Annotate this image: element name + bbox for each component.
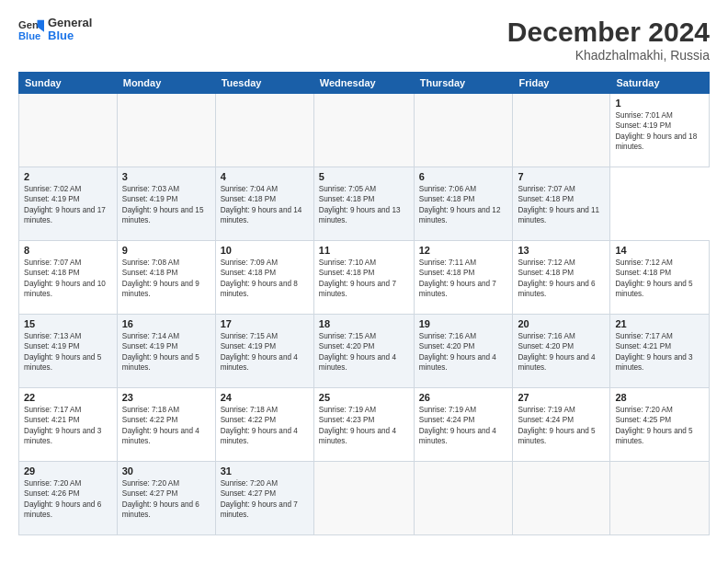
day-detail: Sunrise: 7:20 AMSunset: 4:27 PMDaylight:… [221, 478, 309, 521]
calendar-header: SundayMondayTuesdayWednesdayThursdayFrid… [19, 73, 710, 94]
day-cell-30: 30 Sunrise: 7:20 AMSunset: 4:27 PMDaylig… [117, 462, 215, 535]
day-cell-31: 31 Sunrise: 7:20 AMSunset: 4:27 PMDaylig… [215, 462, 313, 535]
day-cell-2: 2 Sunrise: 7:02 AMSunset: 4:19 PMDayligh… [19, 167, 118, 241]
day-cell-1: 1 Sunrise: 7:01 AMSunset: 4:19 PMDayligh… [610, 94, 710, 167]
empty-cell [414, 462, 513, 535]
day-cell-15: 15 Sunrise: 7:13 AMSunset: 4:19 PMDaylig… [19, 315, 118, 388]
header-row: SundayMondayTuesdayWednesdayThursdayFrid… [19, 73, 710, 94]
empty-cell [513, 94, 610, 167]
day-number: 28 [615, 392, 704, 403]
day-number: 24 [221, 392, 309, 403]
day-detail: Sunrise: 7:01 AMSunset: 4:19 PMDaylight:… [615, 110, 704, 153]
logo-text-general: General [48, 17, 92, 29]
day-number: 14 [615, 245, 704, 256]
day-cell-18: 18 Sunrise: 7:15 AMSunset: 4:20 PMDaylig… [313, 315, 414, 388]
logo-text-blue: Blue [48, 29, 92, 42]
day-detail: Sunrise: 7:18 AMSunset: 4:22 PMDaylight:… [221, 405, 309, 447]
day-number: 17 [221, 318, 309, 329]
day-detail: Sunrise: 7:07 AMSunset: 4:18 PMDaylight:… [24, 258, 112, 300]
day-detail: Sunrise: 7:15 AMSunset: 4:19 PMDaylight:… [221, 331, 309, 373]
day-cell-3: 3 Sunrise: 7:03 AMSunset: 4:19 PMDayligh… [117, 167, 215, 241]
day-number: 10 [221, 245, 309, 256]
header-monday: Monday [117, 73, 215, 94]
day-number: 3 [122, 171, 210, 182]
day-cell-10: 10 Sunrise: 7:09 AMSunset: 4:18 PMDaylig… [215, 241, 313, 315]
week-row-2: 8 Sunrise: 7:07 AMSunset: 4:18 PMDayligh… [19, 241, 710, 315]
day-cell-9: 9 Sunrise: 7:08 AMSunset: 4:18 PMDayligh… [117, 241, 215, 315]
empty-cell [117, 94, 215, 167]
svg-text:Blue: Blue [18, 30, 40, 41]
day-number: 1 [615, 98, 704, 109]
day-cell-8: 8 Sunrise: 7:07 AMSunset: 4:18 PMDayligh… [19, 241, 118, 315]
day-detail: Sunrise: 7:15 AMSunset: 4:20 PMDaylight:… [319, 331, 409, 373]
empty-cell [313, 94, 414, 167]
week-row-3: 15 Sunrise: 7:13 AMSunset: 4:19 PMDaylig… [19, 315, 710, 388]
day-number: 29 [24, 465, 112, 477]
header-wednesday: Wednesday [313, 73, 414, 94]
day-number: 7 [518, 171, 605, 182]
day-detail: Sunrise: 7:19 AMSunset: 4:23 PMDaylight:… [319, 405, 409, 447]
day-detail: Sunrise: 7:20 AMSunset: 4:26 PMDaylight:… [24, 478, 112, 521]
header-friday: Friday [513, 73, 610, 94]
day-detail: Sunrise: 7:12 AMSunset: 4:18 PMDaylight:… [615, 258, 704, 300]
header-tuesday: Tuesday [215, 73, 313, 94]
empty-cell [513, 462, 610, 535]
header-saturday: Saturday [610, 73, 710, 94]
day-number: 11 [319, 245, 409, 256]
day-number: 6 [419, 171, 508, 182]
day-cell-25: 25 Sunrise: 7:19 AMSunset: 4:23 PMDaylig… [313, 388, 414, 462]
location: Khadzhalmakhi, Russia [507, 48, 710, 63]
day-number: 8 [24, 245, 112, 256]
day-detail: Sunrise: 7:16 AMSunset: 4:20 PMDaylight:… [518, 331, 605, 373]
day-number: 13 [518, 245, 605, 256]
title-block: December 2024 Khadzhalmakhi, Russia [507, 17, 710, 63]
day-cell-16: 16 Sunrise: 7:14 AMSunset: 4:19 PMDaylig… [117, 315, 215, 388]
header: General Blue General Blue December 2024 … [18, 17, 710, 63]
day-cell-6: 6 Sunrise: 7:06 AMSunset: 4:18 PMDayligh… [414, 167, 513, 241]
day-cell-12: 12 Sunrise: 7:11 AMSunset: 4:18 PMDaylig… [414, 241, 513, 315]
day-number: 4 [221, 171, 309, 182]
day-detail: Sunrise: 7:12 AMSunset: 4:18 PMDaylight:… [518, 258, 605, 300]
day-detail: Sunrise: 7:13 AMSunset: 4:19 PMDaylight:… [24, 331, 112, 373]
day-number: 12 [419, 245, 508, 256]
day-number: 31 [221, 465, 309, 477]
day-cell-22: 22 Sunrise: 7:17 AMSunset: 4:21 PMDaylig… [19, 388, 118, 462]
day-number: 16 [122, 318, 210, 329]
day-detail: Sunrise: 7:20 AMSunset: 4:25 PMDaylight:… [615, 405, 704, 447]
day-detail: Sunrise: 7:06 AMSunset: 4:18 PMDaylight:… [419, 184, 508, 226]
day-detail: Sunrise: 7:19 AMSunset: 4:24 PMDaylight:… [419, 405, 508, 447]
day-detail: Sunrise: 7:16 AMSunset: 4:20 PMDaylight:… [419, 331, 508, 373]
day-detail: Sunrise: 7:20 AMSunset: 4:27 PMDaylight:… [122, 478, 210, 521]
empty-cell [610, 462, 710, 535]
empty-cell [313, 462, 414, 535]
day-cell-26: 26 Sunrise: 7:19 AMSunset: 4:24 PMDaylig… [414, 388, 513, 462]
day-cell-20: 20 Sunrise: 7:16 AMSunset: 4:20 PMDaylig… [513, 315, 610, 388]
day-number: 30 [122, 465, 210, 477]
day-cell-11: 11 Sunrise: 7:10 AMSunset: 4:18 PMDaylig… [313, 241, 414, 315]
day-number: 26 [419, 392, 508, 403]
day-cell-13: 13 Sunrise: 7:12 AMSunset: 4:18 PMDaylig… [513, 241, 610, 315]
header-sunday: Sunday [19, 73, 118, 94]
week-row-4: 22 Sunrise: 7:17 AMSunset: 4:21 PMDaylig… [19, 388, 710, 462]
day-detail: Sunrise: 7:07 AMSunset: 4:18 PMDaylight:… [518, 184, 605, 226]
day-detail: Sunrise: 7:10 AMSunset: 4:18 PMDaylight:… [319, 258, 409, 300]
day-number: 21 [615, 318, 704, 329]
day-cell-17: 17 Sunrise: 7:15 AMSunset: 4:19 PMDaylig… [215, 315, 313, 388]
empty-cell [19, 94, 118, 167]
day-cell-14: 14 Sunrise: 7:12 AMSunset: 4:18 PMDaylig… [610, 241, 710, 315]
month-title: December 2024 [507, 17, 710, 48]
empty-cell [414, 94, 513, 167]
day-cell-4: 4 Sunrise: 7:04 AMSunset: 4:18 PMDayligh… [215, 167, 313, 241]
empty-cell [215, 94, 313, 167]
day-number: 18 [319, 318, 409, 329]
header-thursday: Thursday [414, 73, 513, 94]
week-row-0: 1 Sunrise: 7:01 AMSunset: 4:19 PMDayligh… [19, 94, 710, 167]
day-number: 22 [24, 392, 112, 403]
day-detail: Sunrise: 7:02 AMSunset: 4:19 PMDaylight:… [24, 184, 112, 226]
day-detail: Sunrise: 7:17 AMSunset: 4:21 PMDaylight:… [615, 331, 704, 373]
day-detail: Sunrise: 7:08 AMSunset: 4:18 PMDaylight:… [122, 258, 210, 300]
day-number: 2 [24, 171, 112, 182]
page: General Blue General Blue December 2024 … [0, 0, 728, 563]
calendar-table: SundayMondayTuesdayWednesdayThursdayFrid… [18, 72, 710, 535]
day-detail: Sunrise: 7:17 AMSunset: 4:21 PMDaylight:… [24, 405, 112, 447]
